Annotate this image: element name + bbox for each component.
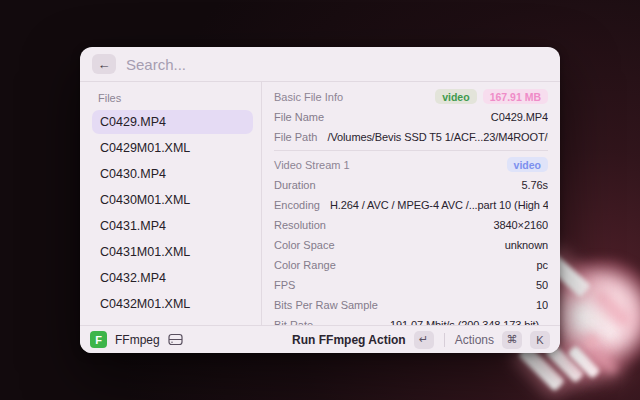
metadata-label: File Path [274, 131, 317, 143]
metadata-value: unknown [345, 239, 548, 251]
metadata-value: pc [346, 259, 548, 271]
list-item[interactable]: C0433.MP4 [92, 318, 253, 325]
metadata-value: 5.76s [326, 179, 548, 191]
list-item[interactable]: C0432M01.XML [92, 292, 253, 316]
back-arrow-icon: ← [98, 57, 111, 72]
metadata-label: FPS [274, 279, 295, 291]
ffmpeg-app-icon: F [90, 331, 107, 348]
basic-info-title: Basic File Info [274, 91, 343, 103]
file-size-badge: 167.91 MB [483, 89, 548, 104]
file-name: C0429.MP4 [100, 115, 166, 129]
run-ffmpeg-action-button[interactable]: Run FFmpeg Action [292, 333, 406, 347]
file-name: C0432M01.XML [100, 297, 190, 311]
metadata-row: File Name C0429.MP4 [274, 107, 548, 127]
metadata-value: /Volumes/Bevis SSD T5 1/ACF...23/M4ROOT/… [327, 131, 548, 143]
metadata-row: Bit Rate 191.07 Mbit/s (200,348,173 bit)… [274, 315, 548, 325]
metadata-row: Bits Per Raw Sample 10 [274, 295, 548, 315]
metadata-label: Encoding [274, 199, 320, 211]
action-bar: F FFmpeg Run FFmpeg Action ↵ Actions ⌘ K [80, 325, 560, 353]
files-section-header: Files [92, 88, 253, 110]
metadata-row: Duration 5.76s [274, 175, 548, 195]
video-stream-badge: video [507, 157, 548, 172]
metadata-value: 50 [305, 279, 548, 291]
section-divider [274, 150, 548, 151]
file-name: C0431.MP4 [100, 219, 166, 233]
video-stream-header-row: Video Stream 1 video [274, 154, 548, 175]
metadata-label: File Name [274, 111, 324, 123]
window-body: Files C0429.MP4 C0429M01.XML C0430.MP4 [80, 82, 560, 325]
metadata-label: Resolution [274, 219, 326, 231]
files-panel: Files C0429.MP4 C0429M01.XML C0430.MP4 [80, 82, 262, 325]
metadata-row: Color Range pc [274, 255, 548, 275]
list-item[interactable]: C0431.MP4 [92, 214, 253, 238]
actions-button[interactable]: Actions [455, 333, 494, 347]
metadata-value: 3840×2160 [336, 219, 548, 231]
list-item[interactable]: C0430.MP4 [92, 162, 253, 186]
file-list: C0429.MP4 C0429M01.XML C0430.MP4 C0430M0… [92, 110, 253, 325]
list-item[interactable]: C0429M01.XML [92, 136, 253, 160]
metadata-value: 10 [388, 299, 548, 311]
video-stream-rows: Duration 5.76s Encoding H.264 / AVC / MP… [274, 175, 548, 325]
cmd-key-icon[interactable]: ⌘ [502, 331, 522, 349]
ffmpeg-icon-letter: F [95, 334, 102, 346]
metadata-label: Duration [274, 179, 316, 191]
file-type-badge: video [435, 89, 476, 104]
search-bar: ← [80, 47, 560, 82]
detail-panel: Basic File Info video 167.91 MB File Nam… [262, 82, 560, 325]
hard-drive-icon [168, 333, 183, 346]
metadata-label: Bits Per Raw Sample [274, 299, 378, 311]
k-key-icon[interactable]: K [530, 331, 550, 349]
basic-info-header-row: Basic File Info video 167.91 MB [274, 86, 548, 107]
list-item[interactable]: C0429.MP4 [92, 110, 253, 134]
video-stream-title: Video Stream 1 [274, 159, 350, 171]
list-item[interactable]: C0432.MP4 [92, 266, 253, 290]
metadata-row: Resolution 3840×2160 [274, 215, 548, 235]
metadata-row: FPS 50 [274, 275, 548, 295]
file-name: C0429M01.XML [100, 141, 190, 155]
file-name: C0430M01.XML [100, 193, 190, 207]
file-name: C0432.MP4 [100, 271, 166, 285]
basic-info-rows: File Name C0429.MP4 File Path /Volumes/B… [274, 107, 548, 147]
list-item[interactable]: C0430M01.XML [92, 188, 253, 212]
file-name: C0431M01.XML [100, 245, 190, 259]
metadata-label: Color Range [274, 259, 336, 271]
metadata-row: Color Space unknown [274, 235, 548, 255]
app-name: FFmpeg [115, 333, 160, 347]
enter-key-icon[interactable]: ↵ [414, 331, 434, 349]
footer-divider [444, 333, 445, 347]
metadata-value: H.264 / AVC / MPEG-4 AVC /...part 10 (Hi… [330, 199, 548, 211]
metadata-label: Color Space [274, 239, 335, 251]
metadata-row: File Path /Volumes/Bevis SSD T5 1/ACF...… [274, 127, 548, 147]
back-button[interactable]: ← [92, 54, 116, 74]
search-input[interactable] [126, 56, 548, 73]
metadata-value: C0429.MP4 [334, 111, 548, 123]
launcher-window: ← Files C0429.MP4 C0429M01.XML C04 [80, 47, 560, 353]
list-item[interactable]: C0431M01.XML [92, 240, 253, 264]
file-name: C0430.MP4 [100, 167, 166, 181]
metadata-row: Encoding H.264 / AVC / MPEG-4 AVC /...pa… [274, 195, 548, 215]
